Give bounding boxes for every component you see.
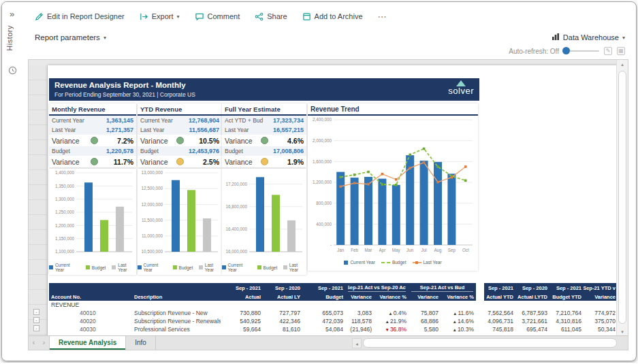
svg-text:12,500,000: 12,500,000 [141, 186, 163, 191]
horizontal-scroll-thumb[interactable] [363, 338, 617, 348]
mini-chart-full-year-estimate: 17,200,00016,800,00016,400,00016,000,000… [222, 169, 306, 275]
cell-value: 3,083 [345, 310, 374, 316]
legend-item-current-year: Current Year [138, 263, 167, 272]
cell-value: 50,344 [584, 326, 618, 333]
add-to-archive-button[interactable]: Add to Archive [302, 12, 363, 21]
marker-budget [367, 171, 370, 173]
cell-value: 75,807 [409, 310, 441, 316]
svg-text:Aug: Aug [434, 248, 442, 253]
svg-text:16,400,000: 16,400,000 [225, 227, 247, 231]
grid-refresh-icon[interactable]: ▦ [617, 47, 625, 55]
table-header-top: Sep - 2021Sep - 2020Sep - 2021Sep-21 Act… [49, 283, 476, 292]
kpi-label: Budget [52, 148, 106, 154]
marker-last-year [353, 182, 356, 184]
tab-info[interactable]: Info [126, 336, 156, 350]
kpi-row-variance: Variance7.2% [49, 135, 136, 146]
history-icon[interactable] [8, 65, 17, 78]
cell-value: 540,925 [221, 318, 263, 325]
variance-percent: 10.3% [458, 326, 474, 333]
svg-text:-: - [330, 242, 332, 247]
table-row[interactable]: 7,562,5646,787,5937,210,764774,972 [484, 309, 618, 317]
kpi-label: Current Year [140, 117, 189, 124]
kpi-label: Act YTD + Bud [225, 117, 273, 124]
column-header-actual-ly: Actual LY [263, 292, 302, 301]
svg-text:1,250,000: 1,250,000 [55, 210, 75, 214]
legend-item-last-year: Last Year [112, 263, 136, 272]
trend-bar-mar [364, 177, 372, 245]
kpi-value: 7.2% [108, 137, 133, 145]
cell-value: ▲14.6% [441, 318, 476, 325]
svg-text:400,000: 400,000 [316, 222, 332, 227]
table-row[interactable]: 745,818695,474611,04550,344 [484, 325, 618, 333]
cell-value: 745,818 [484, 326, 515, 333]
kpi-label: Variance [140, 137, 176, 145]
table-row[interactable]: 40010Subscription Revenue - New730,88072… [49, 309, 476, 317]
export-button[interactable]: Export ▾ [140, 12, 180, 21]
marker-budget [395, 184, 398, 186]
kpi-row-last-year: Last Year16,557,215 [222, 125, 306, 135]
up-arrow-icon: ▲ [388, 311, 392, 316]
svg-text:1,150,000: 1,150,000 [55, 236, 75, 241]
up-arrow-icon: ▲ [452, 327, 456, 332]
edit-refresh-icon[interactable]: ✎ [604, 47, 612, 55]
table-row[interactable]: 4,096,7313,721,6614,310,816375,070 [484, 317, 618, 325]
table-row[interactable]: 40030Professional Services59,66481,61054… [49, 325, 476, 333]
history-panel-label[interactable]: History [5, 25, 14, 51]
more-options-button[interactable]: ⋯ [378, 12, 387, 22]
tab-prev-button[interactable]: ‹ [29, 336, 39, 350]
column-header-actual-ytd: Actual YTD [484, 292, 515, 301]
report-title: Revenue Analysis Report - Monthly [54, 81, 474, 89]
revenue-trend-title: Revenue Trend [308, 103, 478, 116]
marker-last-year [436, 181, 439, 184]
scroll-up-button[interactable]: ▴ [617, 60, 628, 69]
group-collapse-button[interactable]: - [33, 309, 39, 315]
vertical-scrollbar[interactable]: ▴ ▾ [616, 60, 628, 337]
down-arrow-icon: ▼ [385, 327, 389, 332]
legend-swatch [49, 265, 53, 269]
toolbar: Edit in Report Designer Export ▾ Comment [35, 9, 387, 24]
tab-next-button[interactable]: › [39, 336, 49, 350]
variance-percent: 36.8% [390, 326, 406, 333]
table-panel-right: Sep - 2021Sep - 2020Sep - 2021Sep-21 YTD… [484, 283, 618, 333]
expand-panel-button[interactable]: » [10, 9, 14, 19]
edit-in-report-designer-button[interactable]: Edit in Report Designer [35, 12, 125, 21]
svg-text:Sep: Sep [448, 248, 456, 253]
legend-label: Current Year [144, 263, 167, 272]
cell-value: 655,073 [302, 310, 345, 316]
bar-budget [187, 190, 195, 252]
auto-refresh-toggle[interactable] [564, 50, 599, 52]
toggle-knob[interactable] [562, 47, 570, 54]
chart-legend: Current YearBudgetLast Year [138, 261, 222, 275]
tab-revenue-analysis[interactable]: Revenue Analysis [49, 336, 126, 350]
kpi-title: Full Year Estimate [222, 103, 306, 116]
marker-last-year [464, 165, 467, 168]
trend-bar-apr [378, 179, 386, 245]
svg-text:13,000,000: 13,000,000 [141, 170, 163, 175]
mini-chart-svg: 17,200,00016,800,00016,400,00016,000,000 [222, 169, 306, 259]
legend-label: Last Year [205, 263, 222, 272]
marker-last-year [423, 161, 426, 164]
cell-value: 4,310,816 [549, 318, 584, 325]
group-collapse-button[interactable]: - [33, 325, 39, 331]
cell-value: 59,664 [221, 326, 263, 333]
kpi-row-variance: Variance2.5% [138, 156, 222, 167]
kpi-row-variance: Variance10.5% [138, 135, 222, 146]
data-warehouse-dropdown[interactable]: Data Warehouse ▾ [552, 31, 625, 44]
svg-text:800,000: 800,000 [316, 201, 332, 205]
group-collapse-button[interactable]: - [33, 317, 39, 323]
scroll-left-button[interactable]: ◂ [352, 338, 362, 348]
trend-bar-jan [336, 172, 345, 245]
legend-swatch [283, 265, 287, 269]
vertical-scroll-thumb[interactable] [618, 71, 626, 324]
kpi-value: 1,271,357 [106, 127, 133, 133]
status-dot-amber [261, 158, 268, 165]
share-button[interactable]: Share [255, 12, 287, 21]
report-parameters-dropdown[interactable]: Report parameters ▾ [35, 33, 106, 42]
table-row[interactable]: 40020Subscription Revenue - Renewals540,… [49, 317, 476, 325]
svg-text:16,800,000: 16,800,000 [225, 204, 247, 209]
comment-button[interactable]: Comment [195, 12, 240, 21]
kpi-value: 1,363,145 [106, 117, 133, 124]
kpi-panel-ytd-revenue: YTD RevenueCurrent Year12,768,904Last Ye… [138, 103, 222, 167]
cell-value: ▲21.9% [374, 318, 409, 325]
pencil-icon [35, 12, 44, 21]
